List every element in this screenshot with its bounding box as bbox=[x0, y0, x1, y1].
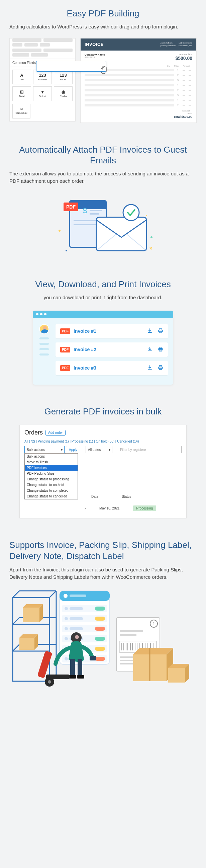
sidebar bbox=[38, 324, 50, 375]
svg-rect-57 bbox=[95, 627, 105, 631]
amount-due-label: Amount Due bbox=[175, 53, 192, 56]
invoice-list-item: PDFInvoice #3 bbox=[56, 361, 168, 375]
field-type-slider[interactable]: 123Slider bbox=[54, 70, 73, 84]
section-lead: Adding calculators to WordPress is easy … bbox=[9, 23, 197, 30]
svg-rect-53 bbox=[95, 617, 105, 621]
svg-point-3 bbox=[66, 250, 67, 251]
svg-point-1 bbox=[146, 215, 147, 216]
invoice-title: INVOICE bbox=[84, 42, 104, 47]
field-type-total[interactable]: ⊞Total bbox=[12, 86, 31, 101]
dropdown-option[interactable]: PDF Invoices bbox=[25, 465, 77, 471]
field-type-text[interactable]: AText bbox=[12, 70, 31, 84]
invoice-line: 1—— bbox=[80, 83, 196, 88]
svg-rect-71 bbox=[70, 659, 75, 676]
svg-rect-45 bbox=[70, 594, 86, 597]
field-type-checkbox[interactable]: ☑ Checkbox bbox=[12, 104, 30, 119]
amount-due-value: $500.00 bbox=[175, 56, 192, 61]
dates-select[interactable]: All dates bbox=[85, 446, 112, 453]
section-lead: Apart from the Invoice, this plugin can … bbox=[9, 566, 197, 581]
figure-pdf-email: $ PDF bbox=[9, 194, 197, 257]
field-type-number[interactable]: 123Number bbox=[33, 70, 52, 84]
svg-point-51 bbox=[65, 617, 68, 620]
svg-rect-76 bbox=[37, 650, 53, 678]
dropdown-option[interactable]: Bulk actions bbox=[25, 454, 77, 459]
section-title: Generate PDF invoices in bulk bbox=[9, 406, 197, 417]
dropdown-option[interactable]: Change status to cancelled bbox=[25, 493, 77, 499]
box-icon bbox=[133, 648, 173, 681]
svg-rect-72 bbox=[77, 659, 82, 676]
invoice-list-item: PDFInvoice #2 bbox=[56, 342, 168, 357]
invoice-list-item: PDFInvoice #1 bbox=[56, 324, 168, 338]
checkbox-icon: ☑ bbox=[21, 108, 23, 111]
svg-rect-49 bbox=[95, 607, 105, 611]
avatar-icon bbox=[39, 324, 49, 334]
svg-rect-52 bbox=[70, 617, 83, 620]
svg-line-35 bbox=[13, 644, 20, 651]
section-generate-bulk: Generate PDF invoices in bulk Orders Add… bbox=[0, 398, 206, 532]
svg-marker-36 bbox=[23, 604, 43, 608]
svg-point-67 bbox=[65, 657, 68, 660]
print-icon[interactable] bbox=[158, 328, 163, 334]
section-supports-docs: Supports Invoice, Packing Slip, Shipping… bbox=[0, 532, 206, 703]
order-date: May 10, 2021 bbox=[99, 506, 120, 510]
field-type-radio[interactable]: ◉Radio bbox=[54, 86, 73, 101]
svg-point-2 bbox=[150, 236, 152, 238]
svg-point-79 bbox=[48, 680, 51, 684]
filter-input[interactable]: Filter by registere bbox=[118, 446, 181, 453]
status-filter-line[interactable]: All (72) | Pending payment (1) | Process… bbox=[25, 439, 181, 443]
form-builder-mockup: Common Fields ⌄ AText123Number123Slider⊞… bbox=[9, 38, 76, 122]
floating-input-field[interactable] bbox=[36, 61, 106, 72]
invoice-line: 2—— bbox=[80, 103, 196, 108]
svg-rect-75 bbox=[90, 656, 96, 660]
invoice-company: Company Name bbox=[84, 53, 105, 56]
dropdown-option[interactable]: Change status to processing bbox=[25, 476, 77, 482]
svg-rect-74 bbox=[77, 675, 84, 679]
svg-point-44 bbox=[64, 594, 68, 598]
print-icon[interactable] bbox=[158, 346, 163, 353]
dropdown-option[interactable]: Change status to on-hold bbox=[25, 482, 77, 488]
order-row[interactable]: › May 10, 2021 Processing bbox=[25, 500, 181, 511]
status-badge: Processing bbox=[133, 505, 156, 511]
field-type-select[interactable]: ▾Select bbox=[33, 86, 52, 101]
svg-line-28 bbox=[49, 591, 56, 597]
svg-rect-40 bbox=[20, 638, 34, 650]
bulk-actions-dropdown[interactable]: Bulk actionsMove to TrashPDF InvoicesPDF… bbox=[25, 453, 78, 499]
section-easy-pdf-building: Easy PDF Building Adding calculators to … bbox=[0, 0, 206, 136]
invoice-line: 2—— bbox=[80, 88, 196, 93]
section-title: Supports Invoice, Packing Slip, Shipping… bbox=[9, 539, 197, 561]
apply-button[interactable]: Apply bbox=[66, 446, 80, 453]
figure-builder-invoice: Common Fields ⌄ AText123Number123Slider⊞… bbox=[9, 38, 197, 123]
invoice-label: Invoice #3 bbox=[74, 365, 142, 371]
box-icon bbox=[23, 604, 43, 622]
pdf-badge: PDF bbox=[60, 365, 70, 371]
section-title: View, Download, and Print Invoices bbox=[9, 279, 197, 290]
figure-dashboard-list: PDFInvoice #1PDFInvoice #2PDFInvoice #3 bbox=[33, 311, 173, 384]
svg-rect-13 bbox=[96, 217, 146, 251]
download-icon[interactable] bbox=[147, 346, 152, 353]
section-lead: The extension allows you to automate the… bbox=[9, 170, 197, 185]
section-title: Easy PDF Building bbox=[9, 8, 197, 19]
section-auto-attach-pdf: Automatically Attach PDF Invoices to Gue… bbox=[0, 136, 206, 271]
svg-line-33 bbox=[13, 618, 20, 624]
section-lead: you can download or print it right from … bbox=[9, 294, 197, 301]
svg-rect-109 bbox=[168, 668, 185, 683]
field-label: Checkbox bbox=[15, 112, 27, 115]
pdf-badge: PDF bbox=[60, 329, 70, 334]
svg-point-59 bbox=[65, 637, 68, 640]
window-titlebar bbox=[33, 311, 173, 318]
bulk-actions-select[interactable]: Bulk actions bbox=[25, 446, 65, 453]
col-status: Status bbox=[122, 495, 131, 498]
invoice-line: 2—— bbox=[80, 73, 196, 78]
svg-rect-56 bbox=[70, 627, 83, 630]
dropdown-option[interactable]: PDF Packing Slips bbox=[25, 471, 77, 476]
svg-point-0 bbox=[59, 230, 61, 231]
invoice-line: 1—— bbox=[80, 98, 196, 103]
print-icon[interactable] bbox=[158, 365, 163, 371]
add-order-button[interactable]: Add order bbox=[45, 430, 66, 435]
figure-orders-bulk: Orders Add order All (72) | Pending paym… bbox=[20, 425, 186, 518]
dropdown-option[interactable]: Change status to completed bbox=[25, 488, 77, 493]
svg-rect-69 bbox=[95, 657, 105, 661]
download-icon[interactable] bbox=[147, 365, 152, 371]
dropdown-option[interactable]: Move to Trash bbox=[25, 459, 77, 465]
download-icon[interactable] bbox=[147, 328, 152, 334]
